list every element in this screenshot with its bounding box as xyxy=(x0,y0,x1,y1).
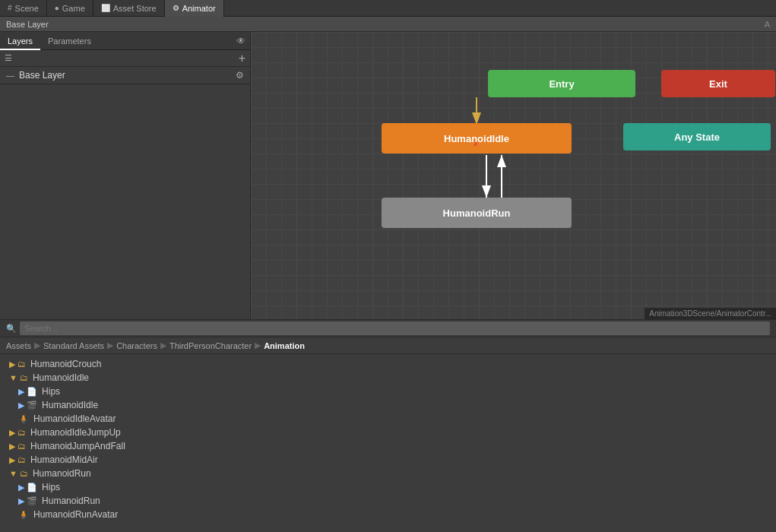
game-icon: ● xyxy=(55,0,59,17)
list-icon: ☰ xyxy=(5,53,12,63)
list-item[interactable]: ▶ 📄 Hips xyxy=(0,385,776,398)
list-item[interactable]: ▶ 🎬 HumanoidIdle xyxy=(0,398,776,412)
animator-canvas[interactable]: Entry Exit Any State HumanoidIdle Humano… xyxy=(251,32,776,319)
folder-icon: ▼ 🗂 xyxy=(9,373,28,382)
list-item[interactable]: ▶ 📄 Hips xyxy=(0,480,776,494)
node-humanoid-run[interactable]: HumanoidRun xyxy=(382,198,572,228)
clip-icon: ▶ 📄 xyxy=(18,387,37,397)
tab-animator[interactable]: ⚙ Animator xyxy=(165,0,224,17)
clip-icon: ▶ 🎬 xyxy=(18,496,37,506)
list-item[interactable]: ▶ 🗂 HumanoidIdleJumpUp xyxy=(0,426,776,439)
folder-icon: ▶ 🗂 xyxy=(9,359,26,369)
sidebar-tab-icons: 👁 xyxy=(236,36,250,46)
clip-icon: ▶ 📄 xyxy=(18,483,37,492)
node-any-state[interactable]: Any State xyxy=(623,123,771,150)
folder-icon: ▶ 🗂 xyxy=(9,455,26,465)
search-icon: 🔍 xyxy=(6,324,17,334)
breadcrumb-bar: Base Layer A xyxy=(0,17,776,32)
folder-icon: ▶ 🗂 xyxy=(9,442,26,451)
search-input[interactable] xyxy=(20,321,770,335)
sidebar-toolbar: ☰ + xyxy=(0,50,250,67)
list-item[interactable]: 🧍 HumanoidRunAvatar xyxy=(0,508,776,521)
folder-icon: ▶ 🗂 xyxy=(9,428,26,438)
collapse-icon: — xyxy=(6,71,14,80)
tab-scene[interactable]: # Scene xyxy=(0,0,47,17)
list-item[interactable]: 🧍 HumanoidIdleAvatar xyxy=(0,412,776,426)
node-humanoid-idle[interactable]: HumanoidIdle xyxy=(382,123,572,154)
search-bar: 🔍 xyxy=(0,319,776,337)
asset-store-icon: ⬜ xyxy=(101,0,110,17)
tab-parameters[interactable]: Parameters xyxy=(40,32,99,50)
scene-icon: # xyxy=(8,0,12,17)
avatar-icon: 🧍 xyxy=(18,414,29,424)
list-item[interactable]: ▶ 🎬 HumanoidRun xyxy=(0,494,776,508)
tab-game[interactable]: ● Game xyxy=(47,0,93,17)
sidebar-content xyxy=(0,84,250,319)
bottom-panel: 🔍 Assets ▶ Standard Assets ▶ Characters … xyxy=(0,319,776,529)
top-right-indicator: A xyxy=(765,20,770,29)
asset-list: ▶ 🗂 HumanoidCrouch ▼ 🗂 HumanoidIdle ▶ 📄 … xyxy=(0,354,776,529)
list-item[interactable]: ▶ 🗂 HumanoidJumpAndFall xyxy=(0,439,776,453)
base-layer-label: Base Layer xyxy=(19,70,236,81)
clip-icon: ▶ 🎬 xyxy=(18,401,37,410)
list-item[interactable]: ▶ 🗂 HumanoidCrouch xyxy=(0,357,776,371)
gear-icon[interactable]: ⚙ xyxy=(236,70,244,81)
list-item[interactable]: ▼ 🗂 HumanoidRun xyxy=(0,467,776,480)
base-layer-item[interactable]: — Base Layer ⚙ xyxy=(0,67,250,84)
animator-icon: ⚙ xyxy=(173,0,179,17)
node-exit[interactable]: Exit xyxy=(661,70,775,97)
add-layer-button[interactable]: + xyxy=(239,52,245,65)
tab-bar: # Scene ● Game ⬜ Asset Store ⚙ Animator xyxy=(0,0,776,17)
tab-layers[interactable]: Layers xyxy=(0,32,40,50)
asset-breadcrumb: Assets ▶ Standard Assets ▶ Characters ▶ … xyxy=(0,337,776,354)
sidebar-tabs: Layers Parameters 👁 xyxy=(0,32,250,50)
list-item[interactable]: ▶ 🗂 HumanoidMidAir xyxy=(0,453,776,467)
tab-asset-store[interactable]: ⬜ Asset Store xyxy=(93,0,165,17)
eye-icon[interactable]: 👁 xyxy=(236,36,245,46)
main-content: Layers Parameters 👁 ☰ + — Base Layer ⚙ xyxy=(0,32,776,319)
sidebar: Layers Parameters 👁 ☰ + — Base Layer ⚙ xyxy=(0,32,251,319)
avatar-icon: 🧍 xyxy=(18,510,29,520)
folder-icon: ▼ 🗂 xyxy=(9,469,28,478)
breadcrumb-label: Base Layer xyxy=(6,20,49,29)
node-entry[interactable]: Entry xyxy=(488,70,635,97)
list-item[interactable]: ▼ 🗂 HumanoidIdle xyxy=(0,371,776,385)
